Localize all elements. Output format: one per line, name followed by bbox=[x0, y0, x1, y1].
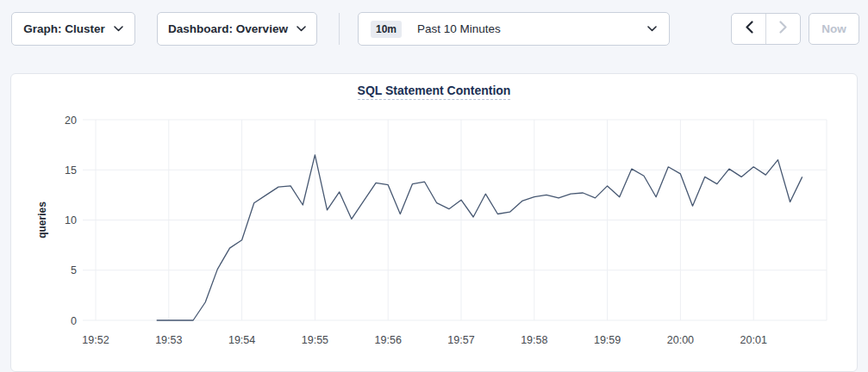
time-range-selector[interactable]: 10m Past 10 Minutes bbox=[358, 12, 670, 46]
chevron-down-icon bbox=[297, 26, 306, 32]
time-range-pager bbox=[731, 13, 801, 45]
svg-text:0: 0 bbox=[71, 315, 77, 327]
time-range-badge: 10m bbox=[371, 21, 402, 38]
now-button-label: Now bbox=[821, 22, 846, 35]
sql-contention-line-chart[interactable]: 0510152019:5219:5319:5419:5519:5619:5719… bbox=[11, 104, 859, 372]
dashboard-dropdown-label: Dashboard: Overview bbox=[168, 22, 288, 35]
dashboard-dropdown[interactable]: Dashboard: Overview bbox=[157, 12, 317, 46]
svg-text:10: 10 bbox=[65, 214, 77, 226]
graph-scope-dropdown-label: Graph: Cluster bbox=[23, 22, 105, 35]
svg-text:19:57: 19:57 bbox=[447, 334, 474, 346]
chevron-right-icon bbox=[779, 21, 788, 37]
svg-text:15: 15 bbox=[65, 164, 77, 177]
chart-title: SQL Statement Contention bbox=[11, 83, 857, 98]
metrics-toolbar: Graph: Cluster Dashboard: Overview 10m P… bbox=[0, 0, 868, 73]
svg-text:19:55: 19:55 bbox=[302, 334, 328, 346]
svg-text:20:01: 20:01 bbox=[740, 334, 767, 346]
svg-text:20: 20 bbox=[65, 115, 77, 127]
next-range-button[interactable] bbox=[766, 14, 800, 44]
chevron-left-icon bbox=[745, 21, 753, 37]
time-range-label: Past 10 Minutes bbox=[417, 22, 647, 35]
svg-text:19:53: 19:53 bbox=[155, 334, 182, 346]
toolbar-divider bbox=[339, 13, 340, 45]
svg-text:19:54: 19:54 bbox=[228, 334, 255, 346]
svg-text:20:00: 20:00 bbox=[667, 334, 694, 346]
graph-scope-dropdown[interactable]: Graph: Cluster bbox=[11, 12, 135, 46]
chevron-down-icon bbox=[114, 26, 123, 32]
svg-text:queries: queries bbox=[36, 202, 48, 239]
chart-card: SQL Statement Contention 0510152019:5219… bbox=[10, 73, 858, 372]
now-button[interactable]: Now bbox=[809, 13, 859, 45]
svg-text:19:52: 19:52 bbox=[82, 334, 109, 346]
prev-range-button[interactable] bbox=[732, 14, 766, 44]
svg-text:5: 5 bbox=[71, 264, 77, 276]
chevron-down-icon bbox=[647, 26, 657, 32]
svg-text:19:56: 19:56 bbox=[375, 334, 402, 346]
svg-text:19:59: 19:59 bbox=[594, 334, 621, 346]
svg-text:19:58: 19:58 bbox=[521, 334, 547, 346]
chart-title-text: SQL Statement Contention bbox=[358, 84, 511, 100]
